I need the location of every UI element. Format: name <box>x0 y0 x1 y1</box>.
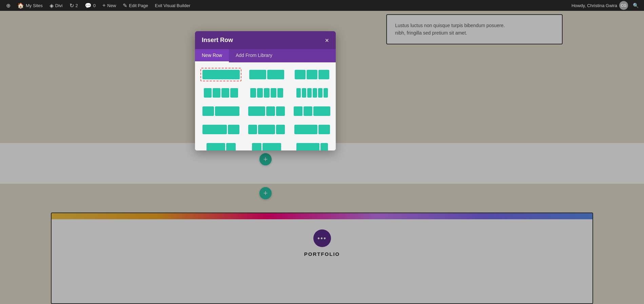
insert-row-modal: Insert Row × New Row Add From Library <box>195 31 336 150</box>
page-background: Lustus luctus non quisque turpis bibendu… <box>0 11 644 304</box>
layout-large-small-v2[interactable] <box>200 123 241 136</box>
divi-icon: ◈ <box>50 2 54 9</box>
tab-add-from-library[interactable]: Add From Library <box>229 49 279 62</box>
comments-count: 0 <box>93 3 96 8</box>
layout-1col[interactable] <box>200 68 241 81</box>
wp-logo-icon: ⊕ <box>6 2 11 9</box>
tab-new-row[interactable]: New Row <box>195 49 229 62</box>
layout-large-small-v3[interactable] <box>292 123 332 136</box>
my-sites-label: My Sites <box>26 3 43 8</box>
layout-small-large[interactable] <box>200 104 241 118</box>
layout-row5-a[interactable] <box>200 141 241 150</box>
new-item[interactable]: + New <box>99 0 119 11</box>
avatar[interactable]: CG <box>619 1 628 10</box>
exit-vb-item[interactable]: Exit Visual Builder <box>152 0 194 11</box>
admin-bar-right: Howdy, Christina Gwira CG 🔍 <box>571 1 641 10</box>
modal-close-button[interactable]: × <box>325 37 329 44</box>
divi-label: Divi <box>55 3 63 8</box>
user-label: Howdy, Christina Gwira <box>571 3 617 8</box>
modal-title: Insert Row <box>202 37 233 44</box>
updates-icon: ↻ <box>70 2 74 9</box>
layout-row5-c[interactable] <box>292 141 332 150</box>
updates-item[interactable]: ↻ 2 <box>66 0 81 11</box>
modal-tabs: New Row Add From Library <box>195 49 336 62</box>
edit-icon: ✎ <box>123 2 127 9</box>
layout-small-large-small[interactable] <box>246 123 287 136</box>
modal-body <box>195 62 336 150</box>
layout-grid <box>200 68 330 150</box>
divi-item[interactable]: ◈ Divi <box>46 0 66 11</box>
exit-vb-label: Exit Visual Builder <box>155 3 191 8</box>
wp-logo-item[interactable]: ⊕ <box>3 0 14 11</box>
layout-2col[interactable] <box>246 68 287 81</box>
comments-item[interactable]: 💬 0 <box>81 0 99 11</box>
layout-6col[interactable] <box>292 86 332 100</box>
layout-3col[interactable] <box>292 68 332 81</box>
new-icon: + <box>102 2 105 8</box>
layout-large-small-small[interactable] <box>246 104 287 118</box>
layout-5col[interactable] <box>246 86 287 100</box>
admin-bar: ⊕ 🏠 My Sites ◈ Divi ↻ 2 💬 0 + New ✎ Edit… <box>0 0 644 11</box>
layout-small-small-large[interactable] <box>292 104 332 118</box>
edit-page-label: Edit Page <box>129 3 148 8</box>
search-icon[interactable]: 🔍 <box>630 3 641 8</box>
my-sites-item[interactable]: 🏠 My Sites <box>14 0 46 11</box>
updates-count: 2 <box>76 3 78 8</box>
edit-page-item[interactable]: ✎ Edit Page <box>119 0 151 11</box>
comments-icon: 💬 <box>85 2 92 9</box>
new-label: New <box>107 3 116 8</box>
home-icon: 🏠 <box>17 2 24 9</box>
layout-4col[interactable] <box>200 86 241 100</box>
modal-header: Insert Row × <box>195 31 336 49</box>
layout-row5-b[interactable] <box>246 141 287 150</box>
